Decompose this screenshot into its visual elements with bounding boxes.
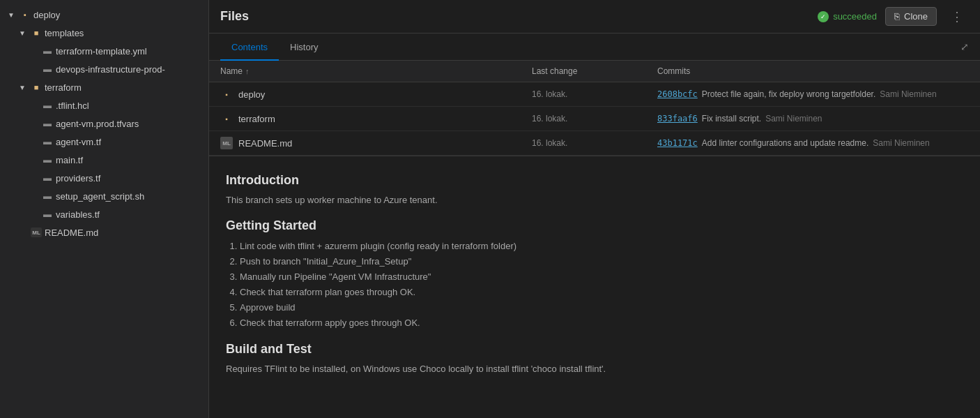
status-text: succeeded	[833, 11, 877, 22]
intro-heading: Introduction	[226, 173, 963, 188]
list-item: Approve build	[240, 300, 963, 315]
commit-author-readme: Sami Nieminen	[873, 138, 929, 148]
list-item: Push to branch "Initial_Azure_Infra_Setu…	[240, 254, 963, 269]
commit-msg-terraform: Fix install script.	[702, 114, 761, 124]
list-item: Check that terraform plan goes through O…	[240, 285, 963, 300]
sidebar-item-tflint-hcl[interactable]: ▬ .tflint.hcl	[0, 96, 208, 114]
folder-icon: ■	[31, 82, 42, 93]
spacer-icon	[28, 64, 39, 75]
list-item: Lint code with tflint + azurerm plugin (…	[240, 239, 963, 254]
file-icon: ▬	[42, 100, 53, 111]
file-icon: ▬	[42, 154, 53, 165]
sidebar-root-deploy[interactable]: ▼ ▪ deploy	[0, 6, 208, 24]
expand-icon[interactable]: ⤢	[960, 41, 969, 52]
commit-hash-terraform[interactable]: 833faaf6	[657, 114, 698, 124]
sidebar-item-agent-vm-tf[interactable]: ▬ agent-vm.tf	[0, 133, 208, 151]
chevron-down-icon: ▼	[6, 9, 17, 20]
commit-cell-deploy: 2608bcfc Protect file again, fix deploy …	[657, 89, 969, 99]
sidebar: ▼ ▪ deploy ▼ ■ templates ▬ terraform-tem…	[0, 0, 209, 418]
sort-arrow-icon: ↑	[245, 67, 250, 75]
sidebar-root-label: deploy	[33, 10, 60, 20]
file-cell-terraform: ▪ terraform	[220, 112, 532, 125]
spacer-icon	[28, 100, 39, 111]
sidebar-label-setup-agent-script-sh: setup_agent_script.sh	[56, 191, 144, 202]
commit-hash-readme[interactable]: 43b1171c	[657, 138, 698, 148]
header-actions: ✓ succeeded ⎘ Clone ⋮	[818, 6, 969, 27]
list-item: Manually run Pipeline "Agent VM Infrastr…	[240, 269, 963, 285]
file-name-readme: README.md	[238, 138, 292, 149]
table-row[interactable]: ▪ terraform 16. lokak. 833faaf6 Fix inst…	[209, 107, 980, 131]
table-header: Name ↑ Last change Commits	[209, 61, 980, 82]
list-item: Check that terraform apply goes through …	[240, 315, 963, 331]
tab-contents[interactable]: Contents	[220, 33, 279, 61]
file-icon: ▬	[42, 209, 53, 220]
spacer-icon	[28, 209, 39, 220]
sidebar-item-devops-infrastructure-prod[interactable]: ▬ devops-infrastructure-prod-	[0, 60, 208, 78]
sidebar-item-main-tf[interactable]: ▬ main.tf	[0, 151, 208, 169]
file-icon: ▬	[42, 118, 53, 129]
commit-cell-terraform: 833faaf6 Fix install script. Sami Niemin…	[657, 114, 969, 124]
header: Files ✓ succeeded ⎘ Clone ⋮	[209, 0, 980, 33]
sidebar-item-providers-tf[interactable]: ▬ providers.tf	[0, 169, 208, 187]
clone-icon: ⎘	[894, 11, 900, 22]
last-change-readme: 16. lokak.	[532, 138, 657, 148]
commit-msg-deploy: Protect file again, fix deploy wrong tar…	[702, 89, 875, 99]
folder-icon: ▪	[220, 88, 233, 100]
getting-started-heading: Getting Started	[226, 218, 963, 233]
sidebar-item-templates[interactable]: ▼ ■ templates	[0, 24, 208, 42]
sidebar-item-terraform[interactable]: ▼ ■ terraform	[0, 78, 208, 96]
chevron-down-icon: ▼	[17, 82, 28, 93]
sidebar-label-readme-md: README.md	[45, 227, 98, 238]
sidebar-label-main-tf: main.tf	[56, 155, 83, 165]
file-icon: ▬	[42, 45, 53, 57]
sidebar-label-devops-infrastructure-prod: devops-infrastructure-prod-	[56, 64, 165, 75]
intro-text: This branch sets up worker machine to Az…	[226, 193, 963, 207]
file-cell-deploy: ▪ deploy	[220, 88, 532, 100]
status-badge: ✓ succeeded	[818, 11, 877, 22]
tab-contents-label: Contents	[231, 42, 268, 52]
sidebar-label-agent-vm-tf: agent-vm.tf	[56, 137, 101, 147]
sidebar-label-terraform: terraform	[45, 82, 82, 93]
commit-msg-readme: Add linter configurations and update rea…	[702, 138, 869, 148]
column-name: Name ↑	[220, 66, 532, 76]
tab-history[interactable]: History	[279, 33, 329, 61]
file-name-terraform: terraform	[238, 114, 275, 124]
tabs-bar: Contents History ⤢	[209, 33, 980, 61]
status-dot-icon: ✓	[818, 11, 829, 22]
getting-started-list: Lint code with tflint + azurerm plugin (…	[226, 239, 963, 331]
spacer-icon	[28, 154, 39, 165]
md-icon: ML	[220, 137, 233, 149]
spacer-icon	[28, 136, 39, 147]
column-commits: Commits	[657, 66, 969, 76]
main-panel: Files ✓ succeeded ⎘ Clone ⋮ Contents His…	[209, 0, 980, 418]
md-icon: ML	[31, 227, 42, 237]
chevron-down-icon: ▼	[17, 27, 28, 38]
file-cell-readme: ML README.md	[220, 137, 532, 149]
sidebar-item-variables-tf[interactable]: ▬ variables.tf	[0, 205, 208, 223]
commit-hash-deploy[interactable]: 2608bcfc	[657, 89, 698, 99]
sidebar-item-readme-md[interactable]: ML README.md	[0, 223, 208, 241]
sidebar-item-setup-agent-script-sh[interactable]: ▬ setup_agent_script.sh	[0, 187, 208, 205]
table-row[interactable]: ML README.md 16. lokak. 43b1171c Add lin…	[209, 131, 980, 156]
spacer-icon	[28, 45, 39, 57]
sidebar-label-agent-vm-prod-tfvars: agent-vm.prod.tfvars	[56, 119, 139, 129]
tab-history-label: History	[290, 42, 318, 52]
sidebar-item-agent-vm-prod-tfvars[interactable]: ▬ agent-vm.prod.tfvars	[0, 114, 208, 133]
spacer-icon	[28, 172, 39, 184]
sidebar-item-terraform-template-yml[interactable]: ▬ terraform-template.yml	[0, 42, 208, 60]
clone-button[interactable]: ⎘ Clone	[885, 7, 937, 26]
file-icon: ▬	[42, 136, 53, 147]
commit-author-deploy: Sami Nieminen	[880, 89, 936, 99]
last-change-deploy: 16. lokak.	[532, 89, 657, 99]
table-row[interactable]: ▪ deploy 16. lokak. 2608bcfc Protect fil…	[209, 82, 980, 107]
readme-content: Introduction This branch sets up worker …	[209, 156, 980, 418]
sidebar-label-variables-tf: variables.tf	[56, 209, 100, 220]
sidebar-label-templates: templates	[45, 28, 84, 38]
folder-icon: ■	[31, 27, 42, 38]
more-options-button[interactable]: ⋮	[945, 6, 969, 27]
spacer-icon	[17, 227, 28, 238]
last-change-terraform: 16. lokak.	[532, 114, 657, 124]
page-title: Files	[220, 9, 818, 24]
file-icon: ▬	[42, 64, 53, 75]
sidebar-label-terraform-template-yml: terraform-template.yml	[56, 46, 147, 57]
